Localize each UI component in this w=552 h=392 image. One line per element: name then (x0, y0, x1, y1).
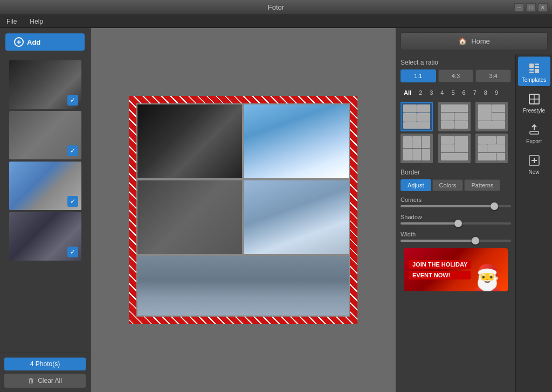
window-controls: ─ □ ✕ (514, 3, 548, 12)
width-track[interactable] (401, 240, 511, 242)
ad-line1: JOIN THE HOLIDAY (409, 260, 471, 269)
tab-8[interactable]: 8 (481, 88, 491, 97)
add-button[interactable]: + Add (5, 33, 85, 51)
number-tabs: All 2 3 4 5 6 7 8 9 (401, 88, 511, 97)
right-icon-column: Templates Freestyle (515, 54, 552, 392)
corners-track[interactable] (401, 205, 511, 207)
help-menu[interactable]: Help (27, 17, 45, 26)
right-main: Select a ratio 1:1 4:3 3:4 All 2 3 4 5 6… (396, 54, 515, 392)
freestyle-label: Freestyle (523, 108, 545, 114)
corners-slider-row: Corners (401, 197, 511, 207)
border-section: Border Adjust Colors Patterns Corners (401, 169, 511, 242)
trash-icon: 🗑 (28, 377, 34, 384)
tab-9[interactable]: 9 (492, 88, 501, 97)
width-thumb[interactable] (472, 237, 479, 244)
minimize-button[interactable]: ─ (514, 3, 524, 12)
width-fill (401, 240, 475, 242)
photo-list: ✓ ✓ ✓ ✓ (0, 56, 90, 353)
main-layout: + Add ✓ ✓ ✓ ✓ 4 Photo(s) 🗑 Clear All (0, 28, 552, 392)
template-item-4[interactable] (401, 134, 433, 163)
border-tabs: Adjust Colors Patterns (401, 179, 511, 191)
svg-rect-5 (535, 69, 539, 73)
border-adjust-tab[interactable]: Adjust (401, 179, 431, 191)
freestyle-icon (528, 93, 541, 106)
templates-icon-btn[interactable]: Templates (518, 57, 550, 86)
collage-cell-top-right[interactable] (244, 104, 349, 178)
templates-label: Templates (522, 77, 547, 83)
template-grid (401, 102, 511, 163)
collage-cell-mid-right[interactable] (244, 180, 349, 254)
file-menu[interactable]: File (4, 17, 19, 26)
photo-thumb-2[interactable]: ✓ (9, 111, 81, 159)
check-badge-4: ✓ (67, 247, 78, 257)
tab-4[interactable]: 4 (437, 88, 447, 97)
new-icon (528, 154, 541, 167)
ratio-4-3[interactable]: 4:3 (438, 69, 474, 82)
canvas-area (91, 28, 396, 392)
template-item-2[interactable] (438, 102, 471, 131)
photo-thumb-1[interactable]: ✓ (9, 60, 81, 109)
export-label: Export (526, 138, 542, 144)
clear-button[interactable]: 🗑 Clear All (4, 374, 86, 388)
corners-thumb[interactable] (491, 202, 498, 210)
check-badge-1: ✓ (67, 95, 78, 106)
add-label: Add (27, 38, 40, 46)
new-icon-btn[interactable]: New (518, 149, 550, 178)
width-label: Width (401, 231, 511, 237)
svg-rect-1 (535, 64, 539, 65)
shadow-track[interactable] (401, 222, 511, 225)
tab-6[interactable]: 6 (459, 88, 469, 97)
collage-frame[interactable] (129, 96, 357, 324)
svg-rect-2 (535, 66, 539, 68)
svg-rect-4 (529, 72, 534, 73)
photo-thumb-3[interactable]: ✓ (9, 162, 81, 210)
clear-label: Clear All (38, 377, 62, 384)
plus-icon: + (14, 37, 24, 47)
ad-line2: EVENT NOW! (409, 271, 471, 279)
close-button[interactable]: ✕ (538, 3, 548, 12)
photo-thumb-4[interactable]: ✓ (9, 212, 81, 261)
ratio-3-4[interactable]: 3:4 (475, 69, 511, 82)
template-item-6[interactable] (475, 134, 508, 163)
tab-5[interactable]: 5 (448, 88, 458, 97)
right-content: Select a ratio 1:1 4:3 3:4 All 2 3 4 5 6… (396, 54, 552, 392)
collage-cell-bottom[interactable] (137, 256, 349, 316)
select-ratio-label: Select a ratio (401, 59, 511, 66)
templates-icon (528, 62, 541, 75)
menu-bar: File Help (0, 15, 552, 28)
svg-rect-0 (529, 64, 534, 68)
home-label: Home (471, 37, 490, 45)
title-bar: Fotor ─ □ ✕ (0, 0, 552, 15)
template-item-3[interactable] (475, 102, 508, 131)
bottom-bar: 4 Photo(s) 🗑 Clear All (0, 353, 90, 392)
freestyle-icon-btn[interactable]: Freestyle (518, 87, 550, 117)
new-label: New (528, 169, 539, 175)
tab-7[interactable]: 7 (470, 88, 480, 97)
export-icon (528, 123, 541, 136)
corners-fill (401, 205, 494, 207)
ad-banner[interactable]: JOIN THE HOLIDAY EVENT NOW! 🎅 (404, 248, 508, 291)
right-panel: 🏠 Home Select a ratio 1:1 4:3 3:4 All 2 … (396, 28, 552, 392)
shadow-thumb[interactable] (454, 220, 462, 227)
tab-2[interactable]: 2 (416, 88, 425, 97)
ad-santa: 🎅 (471, 265, 503, 291)
shadow-fill (401, 222, 458, 225)
svg-rect-3 (529, 69, 534, 71)
home-icon: 🏠 (458, 37, 467, 45)
shadow-label: Shadow (401, 214, 511, 220)
ratio-buttons: 1:1 4:3 3:4 (401, 69, 511, 82)
collage-cell-top-left[interactable] (137, 104, 242, 178)
collage-cell-mid-left[interactable] (137, 180, 242, 254)
maximize-button[interactable]: □ (526, 3, 536, 12)
ratio-1-1[interactable]: 1:1 (401, 69, 436, 82)
border-colors-tab[interactable]: Colors (432, 179, 464, 191)
shadow-slider-row: Shadow (401, 214, 511, 225)
border-patterns-tab[interactable]: Patterns (464, 179, 500, 191)
ad-text: JOIN THE HOLIDAY EVENT NOW! (409, 260, 471, 279)
export-icon-btn[interactable]: Export (518, 118, 550, 148)
template-item-5[interactable] (438, 134, 471, 163)
tab-all[interactable]: All (401, 88, 415, 97)
tab-3[interactable]: 3 (426, 88, 436, 97)
template-item-1[interactable] (401, 102, 433, 131)
home-button[interactable]: 🏠 Home (401, 32, 548, 50)
